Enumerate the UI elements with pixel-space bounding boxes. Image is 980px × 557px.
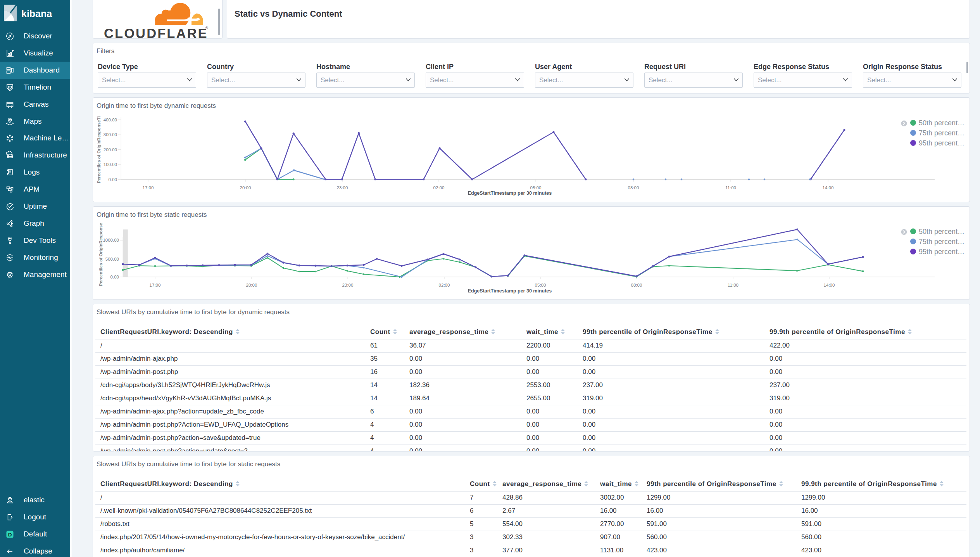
svg-text:02:00: 02:00 (439, 283, 450, 287)
svg-text:23:00: 23:00 (342, 283, 354, 287)
svg-text:20:00: 20:00 (246, 283, 257, 287)
svg-text:100.00: 100.00 (104, 162, 117, 167)
svg-text:17:00: 17:00 (150, 283, 161, 287)
svg-text:14:00: 14:00 (824, 283, 835, 287)
svg-text:08:00: 08:00 (631, 283, 642, 287)
svg-text:17:00: 17:00 (143, 185, 154, 190)
svg-text:Percentiles of OriginResponse: Percentiles of OriginResponse (98, 223, 103, 286)
svg-text:1000.00: 1000.00 (103, 238, 119, 242)
svg-text:08:00: 08:00 (628, 185, 639, 190)
svg-text:500.00: 500.00 (105, 257, 119, 261)
svg-text:®: ® (205, 26, 208, 30)
svg-text:05:00: 05:00 (530, 185, 542, 190)
svg-text:14:00: 14:00 (823, 185, 834, 190)
svg-text:0.00: 0.00 (109, 177, 117, 182)
svg-text:20:00: 20:00 (240, 185, 251, 190)
svg-text:200.00: 200.00 (104, 147, 117, 152)
svg-text:02:00: 02:00 (433, 185, 445, 190)
svg-text:11:00: 11:00 (725, 185, 736, 190)
svg-text:EdgeStartTimestamp per 30 minu: EdgeStartTimestamp per 30 minutes (468, 190, 552, 196)
svg-text:11:00: 11:00 (728, 283, 738, 287)
svg-text:05:00: 05:00 (535, 283, 546, 287)
svg-text:300.00: 300.00 (104, 132, 117, 137)
svg-text:CLOUDFLARE: CLOUDFLARE (104, 26, 208, 39)
svg-text:EdgeStartTimestamp per 30 minu: EdgeStartTimestamp per 30 minutes (468, 288, 552, 294)
svg-text:Percentiles of OriginResponseT: Percentiles of OriginResponseTi (97, 116, 101, 183)
svg-text:400.00: 400.00 (104, 118, 117, 122)
svg-text:0.00: 0.00 (110, 275, 119, 279)
svg-text:23:00: 23:00 (337, 185, 348, 190)
svg-text:D: D (8, 531, 12, 537)
